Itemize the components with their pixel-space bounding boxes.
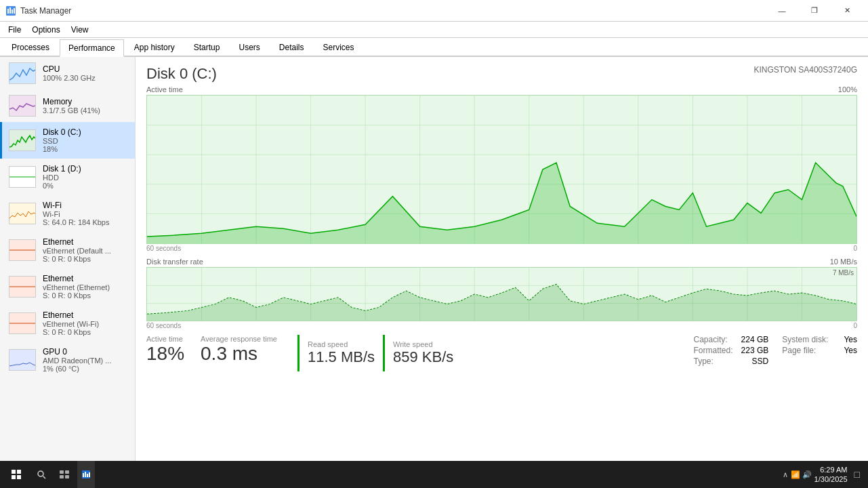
- start-button[interactable]: [3, 461, 30, 488]
- eth1-icon: [9, 239, 36, 261]
- svg-rect-50: [65, 475, 69, 479]
- disk0-label: Disk 0 (C:): [43, 127, 128, 137]
- device-name: KINGSTON SA400S37240G: [753, 65, 857, 75]
- sidebar-item-eth1[interactable]: Ethernet vEthernet (Default ... S: 0 R: …: [0, 232, 135, 268]
- chart-bottom-time-end: 0: [853, 322, 857, 329]
- cpu-stats: 100% 2.30 GHz: [43, 74, 128, 82]
- disk1-label: Disk 1 (D:): [43, 164, 128, 174]
- sidebar-item-wifi[interactable]: Wi-Fi Wi-Fi S: 64.0 R: 184 Kbps: [0, 195, 135, 232]
- disk1-usage: 0%: [43, 182, 128, 190]
- window-controls: — ❐ ✕: [766, 0, 863, 22]
- menu-bar: File Options View: [0, 22, 868, 38]
- formatted-label: Formatted:: [694, 346, 733, 355]
- svg-rect-53: [85, 472, 86, 477]
- svg-rect-4: [14, 8, 15, 14]
- eth3-stats: S: 0 R: 0 Kbps: [43, 328, 128, 336]
- disk0-usage: 18%: [43, 145, 128, 153]
- taskbar-tray: ∧ 📶 🔊 6:29 AM 1/30/2025 □: [777, 465, 865, 485]
- read-speed-indicator: [297, 335, 299, 371]
- capacity-label: Capacity:: [694, 335, 728, 344]
- taskbar-search[interactable]: [30, 461, 53, 488]
- active-time-label: Active time: [146, 85, 183, 94]
- eth2-stats: S: 0 R: 0 Kbps: [43, 291, 128, 300]
- svg-line-46: [43, 476, 46, 479]
- eth2-label: Ethernet: [43, 274, 128, 283]
- eth3-icon: [9, 312, 36, 334]
- active-time-stat-label: Active time: [146, 335, 184, 343]
- svg-rect-41: [12, 470, 16, 474]
- taskbar: ∧ 📶 🔊 6:29 AM 1/30/2025 □: [0, 461, 868, 488]
- tab-app-history[interactable]: App history: [125, 38, 184, 56]
- menu-view[interactable]: View: [66, 22, 94, 37]
- tray-time: 6:29 AM: [814, 465, 848, 474]
- svg-rect-49: [60, 475, 64, 479]
- eth2-adapter: vEthernet (Ethernet): [43, 283, 128, 291]
- minimize-button[interactable]: —: [766, 0, 798, 22]
- sidebar-item-eth3[interactable]: Ethernet vEthernet (Wi-Fi) S: 0 R: 0 Kbp…: [0, 305, 135, 342]
- notification-icon[interactable]: □: [854, 469, 860, 480]
- close-button[interactable]: ✕: [831, 0, 863, 22]
- active-time-stat-value: 18%: [146, 343, 184, 365]
- avg-response-value: 0.3 ms: [201, 343, 277, 365]
- eth1-adapter: vEthernet (Default ...: [43, 247, 128, 255]
- transfer-label: Disk transfer rate: [146, 258, 203, 266]
- restore-button[interactable]: ❐: [799, 0, 830, 22]
- svg-rect-55: [89, 472, 90, 477]
- cpu-icon: [9, 62, 36, 84]
- stats-section: Active time 18% Average response time 0.…: [146, 335, 857, 371]
- tray-icons[interactable]: ∧ 📶 🔊: [783, 470, 811, 479]
- tab-details[interactable]: Details: [270, 38, 313, 56]
- sidebar-item-disk1[interactable]: Disk 1 (D:) HDD 0%: [0, 159, 135, 195]
- svg-rect-44: [17, 475, 21, 479]
- menu-file[interactable]: File: [3, 22, 26, 37]
- gpu0-label: GPU 0: [43, 347, 128, 357]
- sidebar-item-eth2[interactable]: Ethernet vEthernet (Ethernet) S: 0 R: 0 …: [0, 268, 135, 305]
- capacity-value: 224 GB: [741, 335, 769, 344]
- tab-performance[interactable]: Performance: [60, 39, 124, 57]
- eth3-label: Ethernet: [43, 310, 128, 320]
- sidebar-item-gpu0[interactable]: GPU 0 AMD Radeon(TM) ... 1% (60 °C): [0, 342, 135, 378]
- page-file-value: Yes: [844, 346, 857, 355]
- avg-response-label: Average response time: [201, 335, 277, 343]
- page-file-label: Page file:: [782, 346, 816, 355]
- cpu-label: CPU: [43, 64, 128, 74]
- transfer-chart: 7 MB/s: [146, 267, 857, 321]
- svg-rect-1: [7, 9, 9, 14]
- eth2-icon: [9, 276, 36, 298]
- sidebar-item-memory[interactable]: Memory 3.1/7.5 GB (41%): [0, 89, 135, 122]
- taskbar-taskview[interactable]: [53, 461, 77, 488]
- svg-rect-48: [65, 470, 69, 474]
- disk-details: Capacity: 224 GB System disk: Yes Format…: [694, 335, 857, 366]
- tab-users[interactable]: Users: [230, 38, 268, 56]
- sidebar-item-cpu[interactable]: CPU 100% 2.30 GHz: [0, 57, 135, 89]
- performance-content: Disk 0 (C:) KINGSTON SA400S37240G Active…: [136, 57, 868, 466]
- chart-top-time-start: 60 seconds: [146, 245, 181, 252]
- eth1-stats: S: 0 R: 0 Kbps: [43, 255, 128, 263]
- svg-rect-3: [12, 9, 13, 14]
- svg-marker-40: [147, 284, 856, 321]
- active-time-chart-section: Active time 100%: [146, 85, 857, 252]
- formatted-value: 223 GB: [741, 346, 769, 355]
- disk0-icon: [9, 129, 36, 151]
- disk1-type: HDD: [43, 174, 128, 182]
- system-disk-value: Yes: [844, 335, 857, 344]
- tab-processes[interactable]: Processes: [3, 38, 58, 56]
- menu-options[interactable]: Options: [26, 22, 65, 37]
- sidebar-item-disk0[interactable]: Disk 0 (C:) SSD 18%: [0, 122, 135, 159]
- active-time-stat: Active time 18%: [146, 335, 184, 365]
- window-title: Task Manager: [20, 6, 766, 16]
- chart-top-time-end: 0: [853, 245, 857, 252]
- taskbar-taskmanager[interactable]: [77, 461, 95, 488]
- tray-date: 1/30/2025: [814, 474, 848, 484]
- read-speed-label: Read speed: [308, 340, 375, 348]
- tab-services[interactable]: Services: [314, 38, 363, 56]
- tab-startup[interactable]: Startup: [185, 38, 229, 56]
- main-content: CPU 100% 2.30 GHz Memory 3.1/7.5 GB (41%…: [0, 57, 868, 466]
- svg-rect-47: [60, 470, 64, 474]
- type-label: Type:: [694, 357, 714, 366]
- type-value: SSD: [752, 357, 769, 366]
- transfer-max: 10 MB/s: [830, 258, 857, 266]
- svg-rect-2: [9, 7, 11, 14]
- wifi-icon: [9, 203, 36, 224]
- disk-title: Disk 0 (C:): [146, 65, 217, 83]
